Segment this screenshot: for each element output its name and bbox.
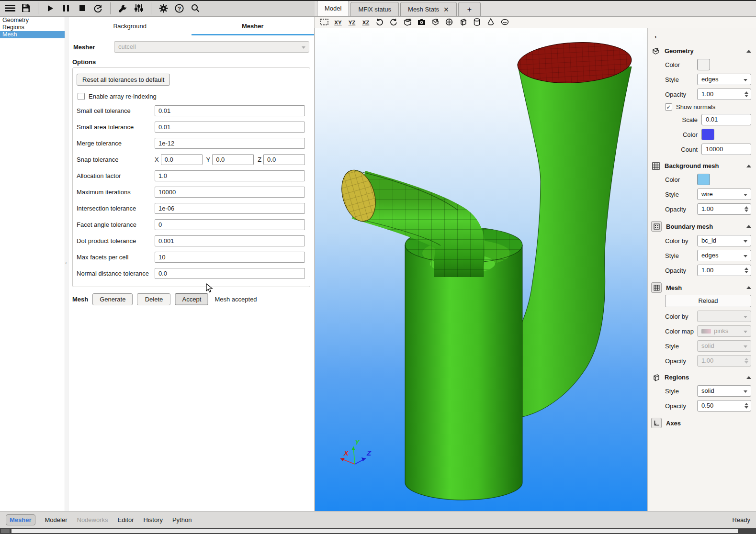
axes-section-header[interactable]: Axes: [651, 418, 751, 428]
collapse-triangle-icon[interactable]: [746, 286, 751, 289]
tab-background[interactable]: Background: [68, 19, 192, 35]
bottom-scrollbar[interactable]: [0, 528, 756, 534]
mesh-style-select[interactable]: solid: [697, 340, 751, 352]
cone-button[interactable]: [485, 18, 496, 27]
view-yz-button[interactable]: YZ: [347, 18, 357, 27]
small-area-tolerance-input[interactable]: [155, 122, 305, 133]
facet-angle-tolerance-input[interactable]: [155, 219, 305, 230]
reset-button[interactable]: [90, 1, 106, 15]
array-reindex-checkbox[interactable]: [78, 93, 85, 100]
boundary-mesh-icon[interactable]: [651, 221, 662, 232]
tab-mfix-status[interactable]: MFiX status: [350, 2, 399, 16]
geometry-opacity-spinner[interactable]: 1.00: [697, 89, 751, 100]
normals-count-input[interactable]: 10000: [701, 144, 751, 155]
mesh-color-by-select[interactable]: [697, 311, 751, 322]
regions-style-select[interactable]: solid: [697, 385, 751, 397]
visibility-menu-button[interactable]: [430, 18, 440, 27]
snap-x-input[interactable]: [161, 154, 203, 165]
max-facets-per-cell-input[interactable]: [155, 252, 305, 263]
show-normals-checkbox[interactable]: ✓: [665, 103, 672, 111]
mode-editor-button[interactable]: Editor: [118, 516, 134, 523]
accept-mesh-button[interactable]: Accept: [175, 293, 208, 305]
generate-mesh-button[interactable]: Generate: [92, 293, 133, 305]
mesh-icon[interactable]: [651, 282, 662, 293]
mesher-select[interactable]: cutcell: [114, 41, 309, 53]
boundary-mesh-section-header[interactable]: Boundary mesh: [651, 221, 751, 232]
vtk-viewport-3d[interactable]: X Y Z: [315, 28, 647, 511]
delete-mesh-button[interactable]: Delete: [137, 293, 170, 305]
geometry-section-header[interactable]: Geometry: [651, 46, 751, 56]
spin-up-icon[interactable]: [745, 206, 748, 209]
regions-section-header[interactable]: Regions: [651, 373, 751, 382]
reload-mesh-button[interactable]: Reload: [665, 295, 751, 307]
mesh-section-header[interactable]: Mesh: [651, 282, 751, 293]
torus-button[interactable]: [499, 18, 510, 27]
view-xz-button[interactable]: XZ: [361, 18, 371, 27]
snap-y-input[interactable]: [212, 154, 254, 165]
collapse-triangle-icon[interactable]: [746, 225, 751, 228]
boundary-mesh-color-by-select[interactable]: bc_id: [697, 235, 751, 246]
search-button[interactable]: [187, 1, 203, 15]
boundary-mesh-style-select[interactable]: edges: [697, 250, 751, 261]
panel-splitter[interactable]: ‹: [65, 17, 68, 511]
build-button[interactable]: [115, 1, 131, 15]
mode-python-button[interactable]: Python: [172, 516, 192, 523]
save-button[interactable]: [18, 1, 34, 15]
background-mesh-opacity-spinner[interactable]: 1.00: [697, 203, 751, 215]
small-cell-tolerance-input[interactable]: [155, 105, 305, 116]
geometry-style-select[interactable]: edges: [697, 74, 751, 85]
screenshot-button[interactable]: [416, 18, 427, 27]
mesh-opacity-spinner[interactable]: 1.00: [697, 355, 751, 367]
box-button[interactable]: [458, 18, 468, 27]
help-button[interactable]: ?: [171, 1, 187, 15]
normal-distance-tolerance-input[interactable]: [155, 268, 305, 279]
spin-down-icon[interactable]: [745, 95, 748, 97]
rotate-right-button[interactable]: [388, 18, 399, 27]
spin-down-icon[interactable]: [745, 271, 748, 273]
panel-collapse-button[interactable]: ›: [654, 33, 751, 40]
intersection-tolerance-input[interactable]: [155, 203, 305, 214]
pause-button[interactable]: [58, 1, 74, 15]
new-tab-button[interactable]: +: [458, 2, 481, 16]
rotate-left-button[interactable]: [374, 18, 385, 27]
tab-model[interactable]: Model: [317, 0, 349, 16]
splitter-collapse-icon[interactable]: ‹: [65, 260, 67, 266]
close-icon[interactable]: ✕: [443, 6, 449, 13]
background-mesh-color-swatch[interactable]: [697, 174, 710, 185]
axes-icon[interactable]: [651, 418, 662, 428]
normals-scale-input[interactable]: 0.01: [701, 114, 751, 125]
reset-view-button[interactable]: [319, 18, 329, 27]
collapse-triangle-icon[interactable]: [746, 50, 751, 53]
sidebar-item-mesh[interactable]: Mesh: [0, 31, 65, 38]
run-button[interactable]: [43, 1, 58, 15]
sidebar-item-regions[interactable]: Regions: [0, 24, 65, 31]
reset-tolerances-button[interactable]: Reset all tolerances to default: [77, 74, 170, 86]
stop-button[interactable]: [74, 1, 90, 15]
geometry-color-swatch[interactable]: [697, 59, 710, 70]
perspective-button[interactable]: [402, 18, 413, 27]
spin-up-icon[interactable]: [745, 267, 748, 270]
snap-z-input[interactable]: [263, 154, 305, 165]
sphere-button[interactable]: [444, 18, 454, 27]
collapse-triangle-icon[interactable]: [746, 376, 751, 379]
tab-mesh-stats[interactable]: Mesh Stats✕: [400, 2, 457, 16]
spin-up-icon[interactable]: [745, 91, 748, 94]
merge-tolerance-input[interactable]: [155, 138, 305, 149]
mode-modeler-button[interactable]: Modeler: [45, 516, 68, 523]
collapse-triangle-icon[interactable]: [746, 165, 751, 167]
spin-up-icon[interactable]: [745, 403, 748, 405]
mode-history-button[interactable]: History: [144, 516, 163, 523]
sidebar-item-geometry[interactable]: Geometry: [0, 17, 65, 24]
view-xy-button[interactable]: XY: [333, 18, 343, 27]
regions-opacity-spinner[interactable]: 0.50: [697, 400, 751, 412]
background-mesh-style-select[interactable]: wire: [697, 189, 751, 200]
allocation-factor-input[interactable]: [155, 170, 305, 181]
boundary-mesh-opacity-spinner[interactable]: 1.00: [697, 265, 751, 276]
spin-down-icon[interactable]: [745, 210, 748, 212]
parameters-button[interactable]: [131, 1, 147, 15]
menu-button[interactable]: [2, 1, 18, 15]
scrollbar-handle[interactable]: [1, 529, 10, 533]
dot-product-tolerance-input[interactable]: [155, 235, 305, 246]
normals-color-swatch[interactable]: [701, 129, 714, 140]
settings-button[interactable]: [156, 1, 171, 15]
